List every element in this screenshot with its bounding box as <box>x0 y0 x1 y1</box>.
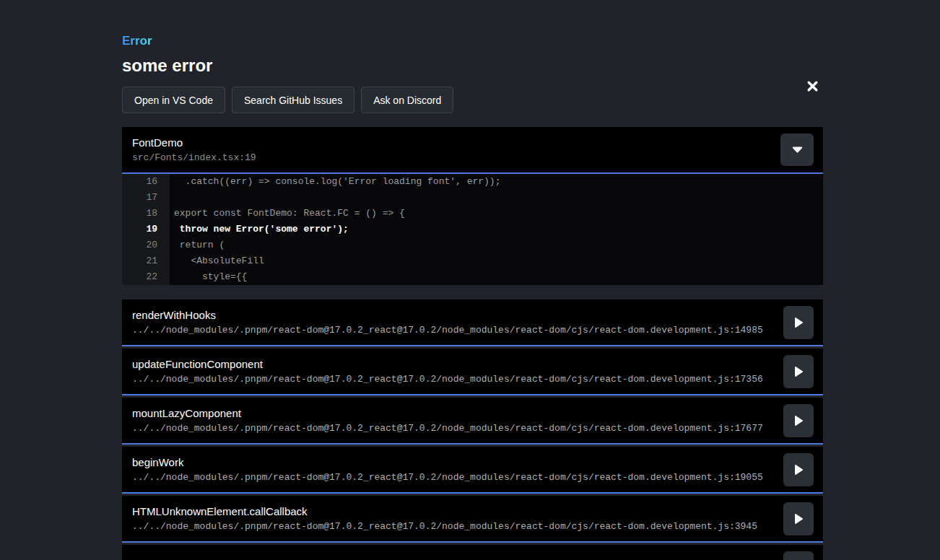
code-text: <AbsoluteFill <box>170 253 823 269</box>
stack-frame: updateFunctionComponent ../../node_modul… <box>122 349 823 395</box>
stack-frame-info: updateFunctionComponent ../../node_modul… <box>132 358 763 385</box>
stack-frame <box>122 545 823 560</box>
code-text: style={{ <box>170 269 823 285</box>
code-text: return ( <box>170 237 823 253</box>
stack-frame-path: ../../node_modules/.pnpm/react-dom@17.0.… <box>132 521 757 532</box>
expand-frame-button[interactable] <box>783 502 814 535</box>
error-message: some error <box>122 56 823 75</box>
play-icon <box>794 513 804 525</box>
line-number: 17 <box>122 190 170 206</box>
collapse-code-button[interactable] <box>780 134 814 166</box>
play-icon <box>794 366 804 377</box>
stack-frame-path: ../../node_modules/.pnpm/react-dom@17.0.… <box>132 472 763 483</box>
expand-frame-button[interactable] <box>783 551 814 560</box>
code-line: 16 .catch((err) => console.log('Error lo… <box>122 174 823 190</box>
code-text: throw new Error('some error'); <box>170 222 823 237</box>
line-number: 16 <box>122 174 170 190</box>
stack-frame-function: beginWork <box>132 456 763 468</box>
code-line: 18 export const FontDemo: React.FC = () … <box>122 206 823 222</box>
stack-frame: beginWork ../../node_modules/.pnpm/react… <box>122 447 823 494</box>
expand-frame-button[interactable] <box>783 355 814 388</box>
source-frame-header: FontDemo src/Fonts/index.tsx:19 <box>122 127 823 174</box>
source-frame-location: src/Fonts/index.tsx:19 <box>132 152 256 163</box>
play-icon <box>794 464 804 476</box>
line-number: 20 <box>122 237 170 253</box>
code-line-highlighted: 19 throw new Error('some error'); <box>122 222 823 237</box>
line-number: 22 <box>122 269 170 285</box>
action-button-row: Open in VS Code Search GitHub Issues Ask… <box>122 87 823 113</box>
stack-frame-info: renderWithHooks ../../node_modules/.pnpm… <box>132 309 763 336</box>
stack-frame-info: mountLazyComponent ../../node_modules/.p… <box>132 407 763 434</box>
close-button[interactable] <box>803 76 822 95</box>
code-line: 22 style={{ <box>122 269 823 285</box>
error-type-label: Error <box>122 34 152 48</box>
stack-frame-function: mountLazyComponent <box>132 407 763 419</box>
stack-frame-info: beginWork ../../node_modules/.pnpm/react… <box>132 456 763 483</box>
code-text: .catch((err) => console.log('Error loadi… <box>170 174 823 190</box>
code-line: 17 <box>122 190 823 206</box>
stack-frame: renderWithHooks ../../node_modules/.pnpm… <box>122 299 823 346</box>
stack-frame: mountLazyComponent ../../node_modules/.p… <box>122 398 823 445</box>
open-in-vscode-button[interactable]: Open in VS Code <box>122 87 225 113</box>
expand-frame-button[interactable] <box>783 306 814 339</box>
stack-frame-list: renderWithHooks ../../node_modules/.pnpm… <box>122 299 823 560</box>
code-line: 20 return ( <box>122 237 823 253</box>
stack-frame-path: ../../node_modules/.pnpm/react-dom@17.0.… <box>132 423 763 434</box>
code-text: export const FontDemo: React.FC = () => … <box>170 206 823 222</box>
chevron-down-icon <box>792 146 803 153</box>
source-frame-info: FontDemo src/Fonts/index.tsx:19 <box>132 136 256 163</box>
stack-frame: HTMLUnknownElement.callCallback ../../no… <box>122 496 823 543</box>
close-icon <box>806 80 819 92</box>
stack-frame-path: ../../node_modules/.pnpm/react-dom@17.0.… <box>132 325 763 336</box>
stack-frame-function: renderWithHooks <box>132 309 763 321</box>
line-number: 19 <box>122 222 170 237</box>
search-github-issues-button[interactable]: Search GitHub Issues <box>232 87 354 113</box>
error-overlay: Error some error Open in VS Code Search … <box>122 34 823 560</box>
line-number: 21 <box>122 253 170 269</box>
stack-frame-info: HTMLUnknownElement.callCallback ../../no… <box>132 505 757 532</box>
stack-frame-function: updateFunctionComponent <box>132 358 763 370</box>
play-icon <box>794 317 804 328</box>
line-number: 18 <box>122 206 170 222</box>
expand-frame-button[interactable] <box>783 453 814 486</box>
stack-frame-path: ../../node_modules/.pnpm/react-dom@17.0.… <box>132 374 763 385</box>
code-frame: 16 .catch((err) => console.log('Error lo… <box>122 174 823 285</box>
code-text <box>170 190 823 206</box>
source-frame-title: FontDemo <box>132 136 256 149</box>
play-icon <box>794 415 804 426</box>
expand-frame-button[interactable] <box>783 404 814 437</box>
ask-on-discord-button[interactable]: Ask on Discord <box>361 87 453 113</box>
code-line: 21 <AbsoluteFill <box>122 253 823 269</box>
stack-frame-function: HTMLUnknownElement.callCallback <box>132 505 757 517</box>
